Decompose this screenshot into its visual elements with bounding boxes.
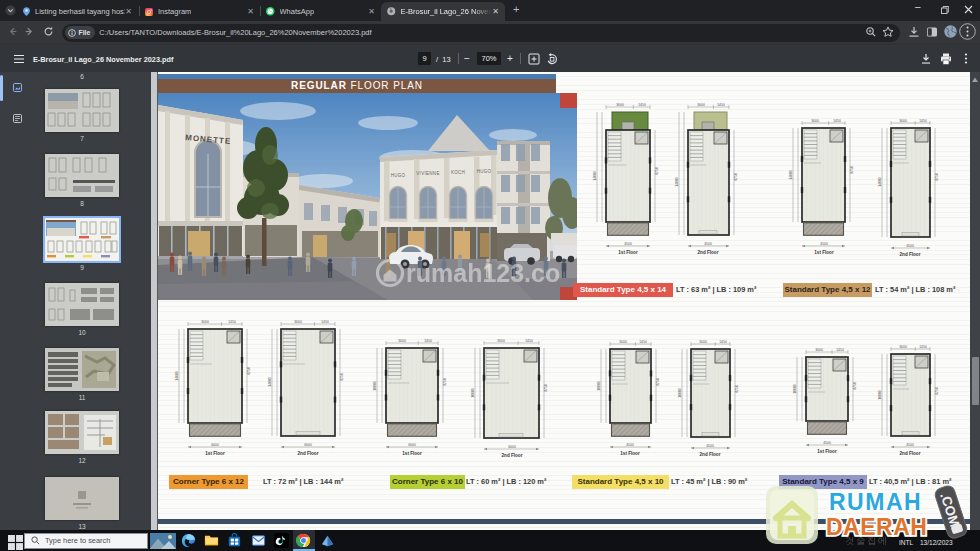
svg-text:HUGO: HUGO — [391, 173, 406, 178]
svg-text:HUGO: HUGO — [477, 169, 492, 174]
svg-text:RUMAH: RUMAH — [829, 489, 922, 515]
svg-text:KOCH: KOCH — [451, 170, 465, 175]
svg-text:VIVIENNE: VIVIENNE — [416, 171, 439, 176]
svg-text:rumah123.co: rumah123.co — [406, 259, 560, 287]
